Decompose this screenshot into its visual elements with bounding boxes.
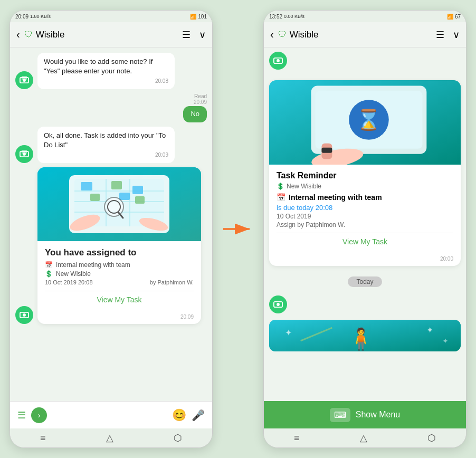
- svg-point-2: [23, 79, 26, 82]
- svg-text:✦: ✦: [442, 337, 449, 345]
- phone-left: 20:09 1.80 KB/s 📶 101 ‹ 🛡 Wisible ☰ ∨: [9, 10, 213, 448]
- nav-back-left[interactable]: ⬡: [174, 432, 182, 444]
- svg-text:✦: ✦: [426, 326, 433, 335]
- svg-rect-16: [81, 182, 92, 190]
- avatar-3: [15, 306, 33, 324]
- show-menu-bar[interactable]: ⌨ Show Menu: [264, 401, 466, 428]
- avatar-2: [15, 145, 33, 163]
- notif-sub-right: 💲 New Wisible: [277, 183, 453, 190]
- avatar-1: [15, 71, 33, 89]
- show-menu-label: Show Menu: [356, 410, 401, 419]
- phone-right: 13:52 0.00 KB/s 📶 67 ‹ 🛡 Wisible ☰ ∨: [263, 10, 467, 448]
- keyboard-icon: ⌨: [330, 408, 350, 422]
- app-title-right: Wisible: [290, 30, 319, 40]
- bubble-2: No: [183, 106, 207, 122]
- dollar-icon-left: 💲: [45, 270, 53, 278]
- status-bar-right: 13:52 0.00 KB/s 📶 67: [264, 11, 466, 22]
- battery-left: 101: [198, 14, 207, 20]
- svg-point-30: [277, 59, 280, 62]
- partial-card-right: ✦ ✦ ✦ 🧍: [269, 320, 461, 351]
- chat-area-right: ⌛ Task Reminder 💲 New Wisible: [264, 47, 466, 401]
- battery-icon-right: 📶: [447, 14, 453, 20]
- svg-rect-21: [135, 196, 145, 204]
- chat-row-3: Ok, all done. Task is added into your "T…: [15, 127, 207, 163]
- menu-icon-left[interactable]: ☰: [182, 29, 191, 41]
- svg-rect-17: [111, 181, 122, 189]
- avatar-right-1: [269, 52, 287, 70]
- chat-row-1: Would you like to add some note? If "Yes…: [15, 53, 207, 89]
- notification-card-right: ⌛ Task Reminder 💲 New Wisible: [269, 80, 461, 266]
- emoji-icon-left[interactable]: 😊: [172, 408, 186, 422]
- app-bar-left: ‹ 🛡 Wisible ☰ ∨: [10, 22, 212, 47]
- view-task-button-left[interactable]: View My Task: [45, 291, 194, 304]
- chat-row-2: Read 20:09 No: [15, 93, 207, 122]
- svg-point-40: [277, 303, 280, 306]
- arrow-container: [222, 221, 254, 237]
- svg-rect-20: [119, 193, 130, 200]
- calendar-icon-left: 📅: [45, 261, 53, 269]
- status-bar-left: 20:09 1.80 KB/s 📶 101: [10, 11, 212, 22]
- svg-text:⌛: ⌛: [356, 108, 382, 132]
- menu-icon-right[interactable]: ☰: [436, 29, 444, 41]
- bubble-3: Ok, all done. Task is added into your "T…: [37, 127, 175, 163]
- hamburger-icon-left[interactable]: ☰: [17, 409, 26, 421]
- card-body-left: You have assigned to 📅 Internal meeting …: [37, 241, 201, 310]
- chat-area-left: Would you like to add some note? If "Yes…: [10, 47, 212, 401]
- card-project-left: 💲 New Wisible: [45, 270, 194, 278]
- nav-back-right[interactable]: ⬡: [427, 432, 436, 444]
- app-title-left: Wisible: [36, 30, 65, 40]
- card-assign-left: by Patphimon W.: [150, 279, 194, 285]
- card-image-left: [37, 167, 201, 241]
- dropdown-icon-left[interactable]: ∨: [199, 29, 206, 41]
- time-right: 13:52: [269, 14, 282, 20]
- svg-rect-38: [321, 148, 332, 153]
- nav-menu-right[interactable]: ≡: [294, 433, 300, 444]
- svg-rect-19: [90, 194, 100, 201]
- nav-bar-left: ≡ △ ⬡: [10, 428, 212, 447]
- notif-meeting-right: 📅 Internal meeting with team: [277, 193, 453, 202]
- task-card-left: You have assigned to 📅 Internal meeting …: [37, 167, 201, 324]
- avatar-right-2: [269, 295, 287, 313]
- chat-row-right-2: [264, 293, 466, 316]
- chat-row-4: You have assigned to 📅 Internal meeting …: [15, 167, 207, 324]
- card-title-left: You have assigned to: [45, 247, 194, 258]
- back-button-right[interactable]: ‹: [270, 28, 274, 41]
- nav-home-left[interactable]: △: [106, 432, 113, 444]
- dropdown-icon-right[interactable]: ∨: [453, 29, 460, 41]
- svg-text:✦: ✦: [285, 328, 292, 337]
- shield-icon-left: 🛡: [24, 30, 33, 40]
- read-label: Read: [194, 93, 207, 99]
- bottom-bar-left: ☰ › 😊 🎤: [10, 401, 212, 428]
- notif-image-right: ⌛: [269, 80, 461, 165]
- svg-rect-18: [132, 186, 143, 194]
- nav-menu-left[interactable]: ≡: [40, 433, 46, 444]
- app-bar-right: ‹ 🛡 Wisible ☰ ∨: [264, 22, 466, 47]
- notif-assign-right: Assign by Patphimon W.: [277, 221, 453, 228]
- card-date-left: 10 Oct 2019 20:08: [45, 279, 93, 285]
- svg-point-5: [23, 152, 26, 156]
- card-meeting-left: 📅 Internal meeting with team: [45, 261, 194, 269]
- today-badge-right: Today: [264, 276, 466, 287]
- signal-left: 1.80 KB/s: [30, 14, 51, 19]
- dollar-icon-right: 💲: [277, 183, 284, 190]
- battery-right: 67: [455, 14, 461, 20]
- calendar-icon-right: 📅: [277, 193, 285, 202]
- view-task-button-right[interactable]: View My Task: [277, 233, 453, 246]
- mic-icon-left[interactable]: 🎤: [192, 409, 205, 422]
- bubble-1: Would you like to add some note? If "Yes…: [37, 53, 175, 89]
- notif-title-right: Task Reminder: [277, 171, 453, 180]
- notif-body-right: Task Reminder 💲 New Wisible 📅 Internal m…: [269, 165, 461, 252]
- svg-point-7: [23, 313, 26, 317]
- signal-right: 0.00 KB/s: [284, 14, 304, 19]
- notif-due-right: is due today 20:08: [277, 204, 453, 212]
- notif-date-right: 10 Oct 2019: [277, 213, 453, 220]
- svg-text:🧍: 🧍: [348, 327, 374, 351]
- nav-home-right[interactable]: △: [360, 432, 367, 444]
- send-button-left[interactable]: ›: [31, 407, 47, 423]
- battery-icon-left: 📶: [190, 14, 196, 20]
- back-button-left[interactable]: ‹: [16, 28, 20, 41]
- notif-time-right: 20:00: [440, 256, 453, 262]
- shield-icon-right: 🛡: [278, 30, 287, 40]
- time-left: 20:09: [15, 14, 28, 20]
- chat-row-right-1: [264, 52, 466, 76]
